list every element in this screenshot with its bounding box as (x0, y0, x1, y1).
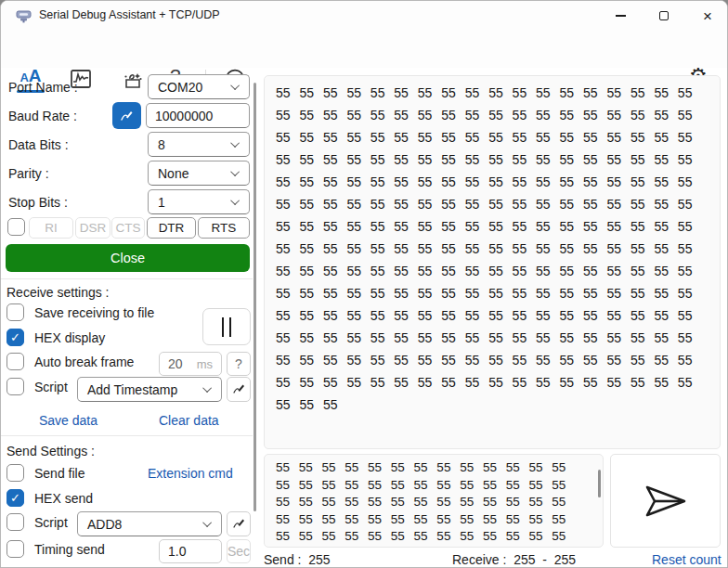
extension-cmd-link[interactable]: Extension cmd (148, 466, 233, 481)
hex-send-label: HEX send (34, 491, 93, 506)
data-bits-label: Data Bits : (8, 137, 69, 152)
section-divider (1, 278, 253, 279)
status-bar: Send : 255 Receive : 255 - 255 Reset cou… (1, 552, 727, 568)
minimize-icon (616, 15, 626, 16)
section-divider (1, 435, 253, 436)
paper-plane-icon (641, 482, 691, 521)
clear-data-link[interactable]: Clear data (159, 413, 219, 428)
pause-icon (222, 317, 224, 337)
chevron-down-icon (230, 138, 240, 148)
pen-icon (232, 517, 246, 531)
flow-control-checkbox[interactable] (7, 218, 25, 236)
baud-rate-label: Baud Rate : (8, 109, 77, 123)
chevron-down-icon (202, 383, 212, 393)
auto-break-frame-label: Auto break frame (34, 355, 134, 369)
stop-bits-select[interactable]: 1 (148, 189, 250, 214)
send-settings-title: Send Settings : (6, 444, 95, 458)
send-script-edit-button[interactable] (227, 511, 251, 536)
save-data-link[interactable]: Save data (39, 413, 98, 428)
receive-script-edit-button[interactable] (227, 377, 251, 402)
cts-button: CTS (111, 217, 145, 239)
reset-count-link[interactable]: Reset count (652, 552, 722, 567)
send-hex-data[interactable]: 55 55 55 55 55 55 55 55 55 55 55 55 5555… (264, 454, 604, 548)
port-name-label: Port Name : (8, 80, 78, 95)
dsr-button: DSR (75, 217, 110, 239)
ms-unit-label: ms (197, 357, 213, 371)
close-icon: × (703, 8, 712, 24)
dtr-button[interactable]: DTR (147, 217, 196, 239)
chevron-down-icon (230, 196, 240, 205)
pen-icon (119, 108, 135, 123)
send-count: Send : 255 (264, 552, 331, 567)
minimize-button[interactable] (599, 1, 642, 31)
send-box-scrollbar[interactable] (598, 470, 601, 497)
auto-break-ms-input[interactable]: 20 ms (159, 352, 222, 376)
window-title: Serial Debug Assistant + TCP/UDP (39, 8, 220, 21)
receive-script-select[interactable]: Add Timestamp (77, 377, 222, 402)
receive-count: Receive : 255 - 255 (452, 552, 576, 567)
maximize-icon (659, 11, 669, 20)
pause-receive-button[interactable] (202, 308, 251, 345)
baud-rate-input[interactable]: 10000000 (146, 103, 250, 128)
hex-send-checkbox[interactable] (6, 489, 24, 507)
send-file-checkbox[interactable] (6, 464, 24, 482)
send-file-label: Send file (34, 466, 84, 481)
receive-script-label: Script (34, 380, 68, 394)
auto-break-help-button[interactable]: ? (227, 352, 251, 376)
save-receiving-to-file-label: Save receiving to file (34, 305, 154, 320)
parity-label: Parity : (8, 166, 49, 181)
receive-settings-title: Receive settings : (6, 285, 110, 300)
data-bits-select[interactable]: 8 (148, 132, 250, 157)
toolbar: AA ? ⚙ (1, 31, 727, 68)
left-panel-scrollbar[interactable] (254, 83, 256, 511)
magic-tools-button[interactable] (122, 68, 146, 92)
close-port-button[interactable]: Close (6, 244, 250, 272)
serial-port-app-icon (16, 8, 32, 23)
baud-rate-edit-button[interactable] (112, 102, 141, 129)
stop-bits-label: Stop Bits : (8, 195, 68, 210)
hex-display-label: HEX display (34, 330, 105, 345)
send-script-label: Script (34, 515, 68, 530)
auto-break-frame-checkbox[interactable] (6, 353, 24, 370)
rts-button[interactable]: RTS (198, 217, 250, 239)
port-name-select[interactable]: COM20 (148, 74, 250, 99)
send-script-select[interactable]: ADD8 (77, 511, 222, 536)
chevron-down-icon (202, 518, 212, 527)
chevron-down-icon (230, 167, 240, 176)
titlebar: Serial Debug Assistant + TCP/UDP × (1, 1, 727, 31)
receive-script-checkbox[interactable] (6, 378, 24, 395)
pen-icon (232, 382, 246, 396)
maximize-button[interactable] (643, 1, 685, 31)
hex-display-checkbox[interactable] (6, 329, 24, 346)
parity-select[interactable]: None (148, 161, 250, 186)
receive-hex-data[interactable]: 55 55 55 55 55 55 55 55 55 55 55 55 55 5… (264, 75, 721, 449)
ri-button: RI (29, 217, 73, 239)
chevron-down-icon (230, 81, 240, 90)
close-window-button[interactable]: × (686, 1, 728, 31)
app-window: Serial Debug Assistant + TCP/UDP × AA ? (0, 0, 728, 568)
send-button[interactable] (610, 454, 721, 548)
save-receiving-to-file-checkbox[interactable] (6, 303, 24, 321)
send-script-checkbox[interactable] (6, 513, 24, 531)
